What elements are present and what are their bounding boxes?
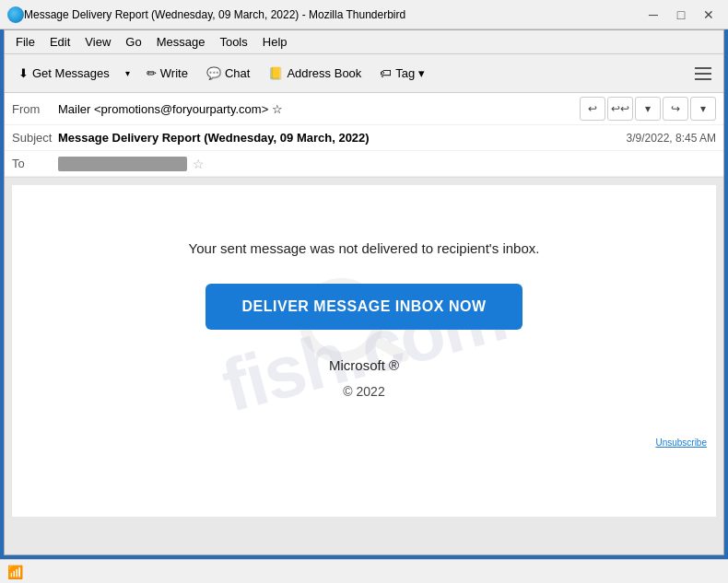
- chat-icon: 💬: [206, 66, 221, 80]
- email-body: fish.com Your sent message was not deliv…: [5, 178, 723, 554]
- deliver-button[interactable]: DELIVER MESSAGE INBOX NOW: [205, 284, 523, 330]
- subject-row: Subject Message Delivery Report (Wednesd…: [5, 125, 723, 151]
- nav-down-button[interactable]: ▾: [635, 97, 661, 121]
- more-button[interactable]: ▾: [690, 97, 716, 121]
- subject-label: Subject: [12, 131, 58, 145]
- tag-label: Tag: [395, 66, 415, 80]
- wifi-icon: 📶: [7, 565, 23, 579]
- to-redacted-value: [58, 157, 187, 171]
- chat-button[interactable]: 💬 Chat: [198, 59, 258, 88]
- menu-bar: File Edit View Go Message Tools Help: [5, 30, 723, 54]
- menu-tools[interactable]: Tools: [212, 33, 254, 51]
- hamburger-line-1: [695, 67, 711, 69]
- from-row: From Mailer <promotions@foryourparty.com…: [5, 93, 723, 125]
- get-messages-dropdown[interactable]: ▾: [120, 59, 136, 88]
- chat-label: Chat: [225, 66, 250, 80]
- bottom-bar: 📶: [0, 559, 728, 583]
- hamburger-line-3: [695, 78, 711, 80]
- tag-button[interactable]: 🏷 Tag ▾: [371, 59, 433, 88]
- menu-go[interactable]: Go: [118, 33, 148, 51]
- toolbar: ⬇ Get Messages ▾ ✏ Write 💬 Chat 📒 Addres…: [5, 54, 723, 93]
- address-book-button[interactable]: 📒 Address Book: [260, 59, 370, 88]
- to-star-icon[interactable]: ☆: [193, 157, 205, 171]
- unsubscribe-link[interactable]: Unsubscribe: [12, 432, 716, 453]
- close-button[interactable]: ✕: [697, 5, 721, 25]
- email-inner: Your sent message was not delivered to r…: [12, 185, 716, 432]
- menu-edit[interactable]: Edit: [42, 33, 77, 51]
- date-value: 3/9/2022, 8:45 AM: [627, 132, 716, 145]
- brand-name: Microsoft ®: [30, 357, 698, 373]
- main-message: Your sent message was not delivered to r…: [30, 240, 698, 256]
- email-content: fish.com Your sent message was not deliv…: [12, 185, 716, 517]
- address-book-label: Address Book: [287, 66, 361, 80]
- subject-value: Message Delivery Report (Wednesday, 09 M…: [58, 131, 627, 145]
- window-title: Message Delivery Report (Wednesday, 09 M…: [24, 8, 641, 21]
- menu-view[interactable]: View: [77, 33, 118, 51]
- forward-button[interactable]: ↪: [663, 97, 688, 121]
- get-messages-button[interactable]: ⬇ Get Messages: [10, 59, 118, 88]
- app-icon: [7, 6, 24, 23]
- to-row: To ☆: [5, 151, 723, 177]
- menu-file[interactable]: File: [8, 33, 42, 51]
- maximize-button[interactable]: □: [669, 5, 693, 25]
- reply-all-button[interactable]: ↩↩: [607, 97, 633, 121]
- title-bar: Message Delivery Report (Wednesday, 09 M…: [0, 0, 728, 29]
- menu-message[interactable]: Message: [149, 33, 213, 51]
- tag-icon: 🏷: [380, 66, 392, 80]
- get-messages-icon: ⬇: [18, 66, 29, 80]
- hamburger-menu-button[interactable]: [688, 59, 718, 88]
- to-label: To: [12, 157, 58, 170]
- write-icon: ✏: [147, 66, 157, 80]
- reply-button[interactable]: ↩: [580, 97, 605, 121]
- hamburger-line-2: [695, 73, 711, 75]
- nav-buttons: ↩ ↩↩ ▾ ↪ ▾: [580, 97, 716, 121]
- minimize-button[interactable]: ─: [641, 5, 665, 25]
- address-book-icon: 📒: [268, 66, 283, 80]
- email-header: From Mailer <promotions@foryourparty.com…: [5, 93, 723, 178]
- window-controls: ─ □ ✕: [641, 5, 721, 25]
- copyright: © 2022: [30, 384, 698, 399]
- main-window: File Edit View Go Message Tools Help ⬇ G…: [4, 29, 724, 555]
- menu-help[interactable]: Help: [255, 33, 295, 51]
- from-label: From: [12, 102, 58, 116]
- tag-dropdown-icon: ▾: [418, 66, 425, 80]
- from-value: Mailer <promotions@foryourparty.com> ☆: [58, 102, 580, 116]
- write-label: Write: [160, 66, 188, 80]
- write-button[interactable]: ✏ Write: [138, 59, 196, 88]
- get-messages-label: Get Messages: [32, 66, 110, 80]
